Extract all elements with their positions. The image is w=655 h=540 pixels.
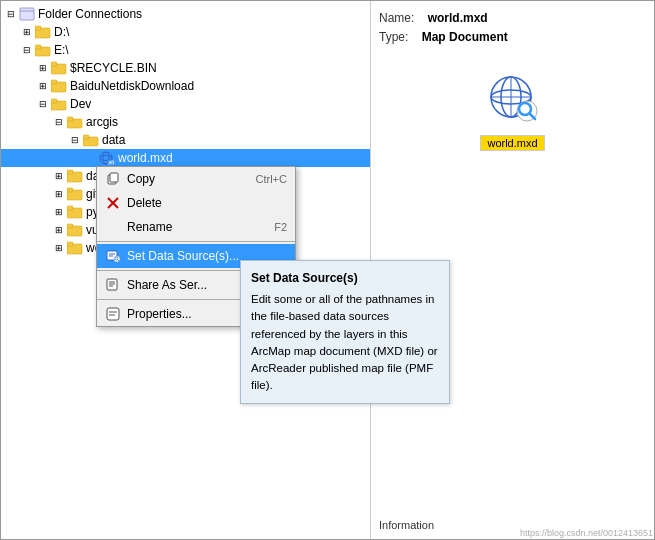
tree-item-arcgis[interactable]: arcgis — [1, 113, 370, 131]
expander-recycle-bin[interactable] — [35, 60, 51, 76]
tree-item-data[interactable]: data — [1, 131, 370, 149]
tree-item-dev[interactable]: Dev — [1, 95, 370, 113]
folder-icon-d-drive — [35, 25, 51, 39]
thumbnail-filename: world.mxd — [480, 135, 544, 151]
menu-item-delete[interactable]: Delete — [97, 191, 295, 215]
tree-item-label-d-drive: D:\ — [54, 25, 69, 39]
svg-rect-7 — [51, 62, 57, 66]
menu-icon-rename — [105, 219, 121, 235]
menu-label-properties: Properties... — [127, 307, 192, 321]
tooltip-body: Edit some or all of the pathnames in the… — [251, 291, 439, 395]
tree-item-label-world-mxd: world.mxd — [118, 151, 173, 165]
tree-item-label-folder-connections: Folder Connections — [38, 7, 142, 21]
menu-label-copy: Copy — [127, 172, 155, 186]
expander-webgis[interactable] — [51, 240, 67, 256]
tree-item-label-dev: Dev — [70, 97, 91, 111]
expander-d-drive[interactable] — [19, 24, 35, 40]
expander-data[interactable] — [67, 132, 83, 148]
folder-icon-e-drive — [35, 43, 51, 57]
expander-github[interactable] — [51, 186, 67, 202]
menu-label-rename: Rename — [127, 220, 172, 234]
tree-item-world-mxd[interactable]: world.mxd — [1, 149, 370, 167]
expander-dev[interactable] — [35, 96, 51, 112]
expander-arcgis[interactable] — [51, 114, 67, 130]
svg-rect-29 — [67, 224, 73, 228]
folder-icon-baidu-download — [51, 79, 67, 93]
tree-item-label-data: data — [102, 133, 125, 147]
menu-icon-properties — [105, 306, 121, 322]
tree-item-folder-connections[interactable]: Folder Connections — [1, 5, 370, 23]
root-icon — [19, 7, 35, 21]
expander-folder-connections[interactable] — [3, 6, 19, 22]
tooltip-title: Set Data Source(s) — [251, 269, 439, 287]
svg-rect-27 — [67, 206, 73, 210]
menu-icon-set-data-source — [105, 248, 121, 264]
svg-rect-9 — [51, 80, 57, 84]
svg-point-18 — [100, 156, 112, 161]
menu-label-set-data-source: Set Data Source(s)... — [127, 249, 239, 263]
menu-shortcut-rename: F2 — [274, 221, 287, 233]
svg-rect-5 — [35, 45, 41, 49]
menu-item-copy[interactable]: CopyCtrl+C — [97, 167, 295, 191]
tree-item-label-e-drive: E:\ — [54, 43, 69, 57]
watermark: https://blog.csdn.net/0012413651 — [520, 528, 653, 538]
name-value: world.mxd — [428, 11, 488, 25]
file-name-row: Name: world.mxd — [379, 9, 646, 28]
menu-item-rename[interactable]: RenameF2 — [97, 215, 295, 239]
menu-icon-copy — [105, 171, 121, 187]
file-type-row: Type: Map Document — [379, 28, 646, 47]
tree-item-label-arcgis: arcgis — [86, 115, 118, 129]
svg-rect-25 — [67, 188, 73, 192]
thumbnail-icon — [483, 67, 543, 127]
tree-item-label-baidu-download: BaiduNetdiskDownload — [70, 79, 194, 93]
menu-shortcut-copy: Ctrl+C — [256, 173, 287, 185]
menu-label-delete: Delete — [127, 196, 162, 210]
bottom-info: Information — [379, 519, 434, 531]
svg-rect-46 — [107, 308, 119, 320]
svg-rect-11 — [51, 99, 57, 103]
expander-data2[interactable] — [51, 168, 67, 184]
svg-rect-31 — [67, 242, 73, 246]
name-label: Name: — [379, 11, 414, 25]
folder-icon-arcgis — [67, 115, 83, 129]
folder-icon-recycle-bin — [51, 61, 67, 75]
menu-icon-delete — [105, 195, 121, 211]
tree-item-label-recycle-bin: $RECYCLE.BIN — [70, 61, 157, 75]
tooltip: Set Data Source(s) Edit some or all of t… — [240, 260, 450, 404]
tree-item-d-drive[interactable]: D:\ — [1, 23, 370, 41]
menu-icon-share-as — [105, 277, 121, 293]
svg-rect-0 — [20, 8, 34, 20]
expander-baidu-download[interactable] — [35, 78, 51, 94]
svg-rect-13 — [67, 117, 73, 121]
folder-icon-data2 — [67, 169, 83, 183]
type-value: Map Document — [422, 30, 508, 44]
tree-item-baidu-download[interactable]: BaiduNetdiskDownload — [1, 77, 370, 95]
expander-python[interactable] — [51, 204, 67, 220]
expander-e-drive[interactable] — [19, 42, 35, 58]
svg-rect-3 — [35, 26, 41, 30]
menu-label-share-as: Share As Ser... — [127, 278, 207, 292]
svg-rect-23 — [67, 170, 73, 174]
tree-item-recycle-bin[interactable]: $RECYCLE.BIN — [1, 59, 370, 77]
folder-icon-github — [67, 187, 83, 201]
type-label: Type: — [379, 30, 408, 44]
file-thumbnail: world.mxd — [379, 67, 646, 151]
folder-icon-dev — [51, 97, 67, 111]
folder-icon-vue — [67, 223, 83, 237]
file-info: Name: world.mxd Type: Map Document — [379, 9, 646, 47]
folder-icon-data — [83, 133, 99, 147]
folder-icon-webgis — [67, 241, 83, 255]
menu-separator-after-rename — [97, 241, 295, 242]
svg-rect-15 — [83, 135, 89, 139]
mxd-icon-world-mxd — [99, 151, 115, 165]
tree-item-e-drive[interactable]: E:\ — [1, 41, 370, 59]
folder-icon-python — [67, 205, 83, 219]
svg-rect-33 — [110, 173, 118, 182]
expander-vue[interactable] — [51, 222, 67, 238]
